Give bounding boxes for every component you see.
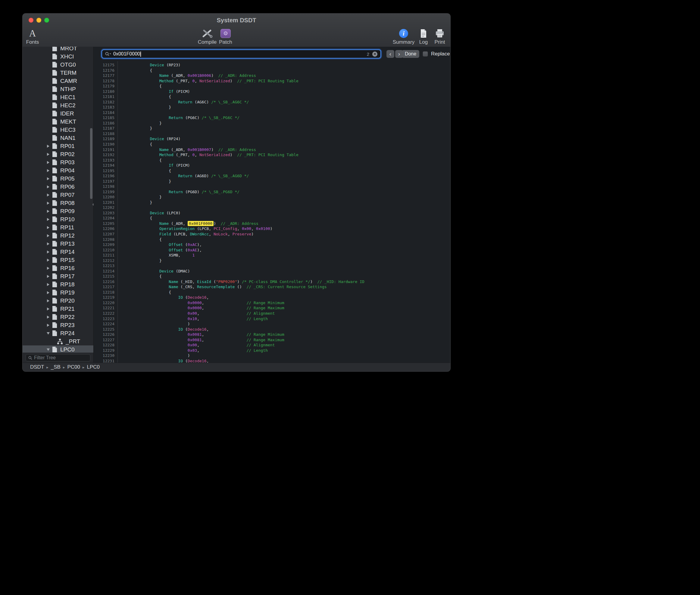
code-line[interactable]: ) <box>131 321 450 327</box>
tree-item-rp15[interactable]: RP15 <box>23 256 93 264</box>
code-line[interactable]: 0x0081, // Range Maximum <box>131 337 450 343</box>
code-line[interactable]: 0x10, // Length <box>131 316 450 321</box>
disclosure-triangle-icon[interactable] <box>45 299 52 302</box>
code-line[interactable]: Name (_ADR, 0x001B0007) // _ADR: Address <box>131 147 450 152</box>
code-line[interactable]: } <box>131 120 450 126</box>
code-line[interactable]: { <box>131 158 450 163</box>
code-line[interactable]: ) <box>131 353 450 359</box>
code-line[interactable]: 0x03, // Length <box>131 348 450 353</box>
code-line[interactable] <box>131 131 450 137</box>
minimize-button[interactable] <box>36 18 41 23</box>
disclosure-triangle-icon[interactable] <box>45 177 52 180</box>
disclosure-triangle-icon[interactable] <box>45 202 52 205</box>
code-line[interactable]: Offset (0xAE), <box>131 248 450 253</box>
disclosure-triangle-icon[interactable] <box>45 169 52 172</box>
tree-item-rp12[interactable]: RP12 <box>23 231 93 239</box>
tree-item-rp05[interactable]: RP05 <box>23 174 93 183</box>
print-button[interactable]: Print <box>425 28 450 45</box>
code-line[interactable]: OperationRegion (LPCB, PCI_Config, 0x00,… <box>131 226 450 231</box>
disclosure-triangle-icon[interactable] <box>45 145 52 148</box>
code-line[interactable]: IO (Decode16, <box>131 327 450 332</box>
tree-item-nthp[interactable]: NTHP <box>23 85 93 93</box>
disclosure-triangle-icon[interactable] <box>45 283 52 286</box>
tree-item-rp21[interactable]: RP21 <box>23 305 93 313</box>
tree-item-rp13[interactable]: RP13 <box>23 239 93 248</box>
code-line[interactable]: { <box>131 168 450 174</box>
code-line[interactable]: Device (RP24) <box>131 136 450 142</box>
code-line[interactable]: Device (RP23) <box>131 62 450 68</box>
code-line[interactable]: { <box>131 290 450 295</box>
code-line[interactable]: } <box>131 179 450 184</box>
find-input[interactable]: 0x001F0000 2 ✕ <box>101 50 381 58</box>
code-editor[interactable]: 1217512176121771217812179121801218112182… <box>94 61 450 363</box>
code-line[interactable]: } <box>131 105 450 110</box>
disclosure-triangle-icon[interactable] <box>45 194 52 197</box>
breadcrumb-item[interactable]: PC00 <box>67 364 80 370</box>
sidebar-scrollbar[interactable] <box>90 128 92 199</box>
disclosure-triangle-icon[interactable] <box>45 324 52 327</box>
tree-item-nan1[interactable]: NAN1 <box>23 134 93 142</box>
tree-item-rp16[interactable]: RP16 <box>23 264 93 272</box>
disclosure-triangle-icon[interactable] <box>45 348 52 351</box>
tree-item-_prt[interactable]: _PRT <box>23 337 93 345</box>
code-line[interactable]: Name (_HID, EisaId ("PNP0200") /* PC-cla… <box>131 279 450 285</box>
tree-item-mekt[interactable]: MEKT <box>23 118 93 126</box>
tree-item-rp19[interactable]: RP19 <box>23 288 93 296</box>
disclosure-triangle-icon[interactable] <box>45 218 52 221</box>
disclosure-triangle-icon[interactable] <box>45 251 52 254</box>
code-line[interactable]: Name (_CRS, ResourceTemplate () // _CRS:… <box>131 284 450 290</box>
tree-item-rp10[interactable]: RP10 <box>23 215 93 223</box>
code-line[interactable]: 0x00, // Alignment <box>131 342 450 348</box>
tree-item-rp17[interactable]: RP17 <box>23 272 93 280</box>
tree-item-rp11[interactable]: RP11 <box>23 223 93 231</box>
tree-item-mrot[interactable]: MROT <box>23 47 93 52</box>
code-line[interactable]: Offset (0xAC), <box>131 242 450 248</box>
code-line[interactable]: Method (_PRT, 0, NotSerialized) // _PRT:… <box>131 152 450 158</box>
code-line[interactable]: } <box>131 258 450 263</box>
patch-button[interactable]: ⚙ Patch <box>211 28 240 45</box>
disclosure-triangle-icon[interactable] <box>45 307 52 310</box>
code-line[interactable]: { <box>131 68 450 73</box>
tree-item-rp08[interactable]: RP08 <box>23 199 93 207</box>
code-line[interactable]: Method (_PRT, 0, NotSerialized) // _PRT:… <box>131 78 450 84</box>
fonts-button[interactable]: A Fonts <box>23 28 47 45</box>
done-button[interactable]: Done <box>402 50 419 58</box>
disclosure-triangle-icon[interactable] <box>45 267 52 270</box>
tree-item-lpc0[interactable]: LPC0 <box>23 345 93 353</box>
disclosure-triangle-icon[interactable] <box>45 291 52 294</box>
tree-item-rp24[interactable]: RP24 <box>23 329 93 337</box>
code-line[interactable]: } <box>131 200 450 205</box>
code-line[interactable]: IO (Decode16, <box>131 295 450 300</box>
code-area[interactable]: Device (RP23) { Name (_ADR, 0x001B0006) … <box>118 61 450 363</box>
tree-item-rp07[interactable]: RP07 <box>23 191 93 199</box>
close-button[interactable] <box>29 18 33 23</box>
tree-item-hec1[interactable]: HEC1 <box>23 93 93 101</box>
search-menu-icon[interactable] <box>105 52 111 56</box>
code-line[interactable]: { <box>131 274 450 279</box>
disclosure-triangle-icon[interactable] <box>45 275 52 278</box>
disclosure-triangle-icon[interactable] <box>45 259 52 262</box>
tree-item-otg0[interactable]: OTG0 <box>23 61 93 69</box>
tree-item-hec3[interactable]: HEC3 <box>23 126 93 134</box>
replace-checkbox[interactable] <box>423 51 428 57</box>
code-line[interactable]: Device (LPC0) <box>131 210 450 216</box>
code-line[interactable]: { <box>131 142 450 147</box>
disclosure-triangle-icon[interactable] <box>45 161 52 164</box>
disclosure-triangle-icon[interactable] <box>45 186 52 189</box>
code-line[interactable]: 0x0000, // Range Maximum <box>131 305 450 311</box>
code-line[interactable]: } <box>131 126 450 131</box>
code-line[interactable]: 0x0000, // Range Minimum <box>131 300 450 306</box>
code-line[interactable]: { <box>131 84 450 89</box>
disclosure-triangle-icon[interactable] <box>45 226 52 229</box>
tree-item-ider[interactable]: IDER <box>23 109 93 118</box>
code-line[interactable]: XSMB, 1 <box>131 253 450 258</box>
tree-item-rp04[interactable]: RP04 <box>23 166 93 174</box>
code-line[interactable] <box>131 110 450 115</box>
code-line[interactable]: Return (PG6C) /* \_SB_.PG6C */ <box>131 115 450 120</box>
breadcrumb-item[interactable]: _SB <box>51 364 61 370</box>
disclosure-triangle-icon[interactable] <box>45 153 52 156</box>
code-line[interactable]: If (PICM) <box>131 163 450 168</box>
clear-search-icon[interactable]: ✕ <box>372 52 377 57</box>
code-line[interactable]: Name (_ADR, 0x001B0006) // _ADR: Address <box>131 73 450 78</box>
filter-tree-input[interactable]: Filter Tree <box>26 354 90 361</box>
